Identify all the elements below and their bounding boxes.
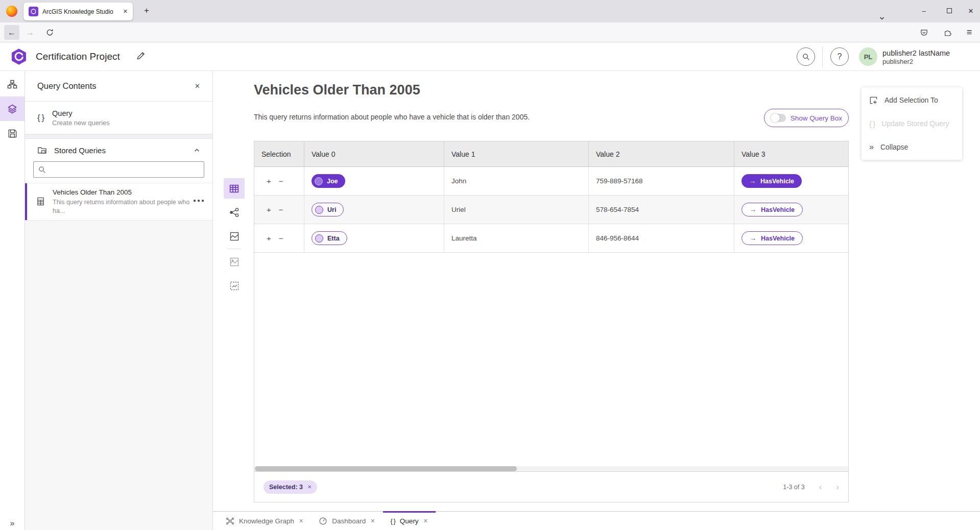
sidebar-item-save[interactable] bbox=[0, 121, 25, 146]
table-view-button[interactable] bbox=[224, 178, 245, 199]
horizontal-scrollbar[interactable] bbox=[255, 466, 848, 471]
help-button[interactable]: ? bbox=[830, 47, 849, 66]
tab-query[interactable]: { } Query ✕ bbox=[383, 512, 436, 530]
cell-value: 578-654-7854 bbox=[596, 206, 639, 213]
extensions-puzzle-icon[interactable] bbox=[940, 25, 956, 40]
browser-nav-bar: ← → https://dev0028833.esri.com/portal/a… bbox=[0, 22, 980, 42]
menu-item-label: Collapse bbox=[880, 143, 908, 151]
stored-queries-header: Stored Queries bbox=[25, 139, 212, 161]
firefox-logo-icon[interactable] bbox=[6, 6, 17, 17]
reload-button[interactable] bbox=[42, 25, 57, 40]
app-window: ArcGIS Knowledge Studio ✕ + – ✕ ← → http… bbox=[0, 0, 980, 530]
panel-close-icon[interactable]: ✕ bbox=[195, 82, 200, 90]
scrollbar-thumb[interactable] bbox=[255, 466, 517, 471]
add-selection-button[interactable]: + bbox=[267, 177, 271, 185]
stored-query-description: This query returns information about peo… bbox=[53, 198, 190, 215]
menu-hamburger-icon[interactable]: ≡ bbox=[961, 25, 977, 40]
show-query-box-toggle[interactable]: Show Query Box bbox=[764, 109, 849, 127]
entity-pill[interactable]: Etta bbox=[312, 231, 347, 245]
relationship-pill[interactable]: →HasVehicle bbox=[742, 174, 802, 188]
arrow-right-icon: → bbox=[750, 234, 756, 242]
collapse-section-chevron-icon[interactable] bbox=[194, 146, 200, 155]
previous-page-chevron-icon[interactable]: ‹ bbox=[819, 483, 822, 491]
page-title: Vehicles Older Than 2005 bbox=[254, 82, 420, 98]
remove-selection-button[interactable]: − bbox=[279, 206, 283, 213]
item-options-ellipsis-icon[interactable]: ●●● bbox=[193, 198, 205, 203]
add-selection-button[interactable]: + bbox=[267, 234, 271, 242]
column-header-value0: Value 0 bbox=[304, 141, 444, 166]
stored-queries-title: Stored Queries bbox=[54, 146, 106, 155]
query-results-card: Selection Value 0 Value 1 Value 2 Value … bbox=[254, 141, 849, 502]
stored-query-list-item[interactable]: Vehicles Older Than 2005 This query retu… bbox=[25, 183, 212, 221]
tab-close-icon[interactable]: ✕ bbox=[423, 518, 428, 524]
sidebar-item-data-model[interactable] bbox=[0, 72, 25, 97]
new-tab-button[interactable]: + bbox=[144, 6, 149, 16]
sidebar-item-layers[interactable] bbox=[0, 97, 25, 121]
tab-close-icon[interactable]: ✕ bbox=[370, 518, 375, 524]
add-to-map-button[interactable] bbox=[224, 252, 245, 272]
arcgis-favicon-icon bbox=[29, 7, 38, 16]
save-to-pocket-icon[interactable] bbox=[916, 25, 932, 40]
entity-pill[interactable]: Uri bbox=[312, 203, 344, 216]
clear-selection-icon[interactable]: ✕ bbox=[307, 484, 312, 490]
stored-queries-search-input[interactable] bbox=[50, 166, 199, 174]
maximize-icon bbox=[947, 8, 952, 13]
entity-circle-icon bbox=[315, 234, 323, 243]
tab-label: Knowledge Graph bbox=[239, 517, 294, 525]
relationship-pill[interactable]: →HasVehicle bbox=[742, 203, 803, 216]
user-avatar[interactable]: PL bbox=[859, 47, 877, 66]
tab-dashboard[interactable]: Dashboard ✕ bbox=[311, 512, 383, 530]
cell-value: Uriel bbox=[451, 206, 466, 213]
next-page-chevron-icon[interactable]: › bbox=[836, 483, 839, 491]
menu-item-collapse[interactable]: » Collapse bbox=[862, 135, 962, 159]
row-range-label: 1-3 of 3 bbox=[783, 484, 804, 491]
selected-count-chip[interactable]: Selected: 3 ✕ bbox=[264, 480, 317, 494]
braces-icon: { } bbox=[391, 517, 395, 525]
entity-pill[interactable]: Joe bbox=[312, 174, 345, 188]
window-close-button[interactable]: ✕ bbox=[960, 0, 980, 21]
expand-rail-chevrons-icon[interactable]: » bbox=[0, 519, 25, 528]
cell-value: John bbox=[451, 177, 466, 185]
cell-value: 759-889-57168 bbox=[596, 177, 643, 185]
browser-tab[interactable]: ArcGIS Knowledge Studio ✕ bbox=[23, 3, 133, 20]
toggle-label: Show Query Box bbox=[791, 114, 842, 122]
browser-tab-bar: ArcGIS Knowledge Studio ✕ + – ✕ bbox=[0, 0, 980, 22]
relationship-pill[interactable]: →HasVehicle bbox=[742, 231, 803, 245]
forward-button[interactable]: → bbox=[22, 25, 38, 40]
window-maximize-button[interactable] bbox=[939, 0, 960, 21]
folder-icon bbox=[37, 145, 47, 155]
left-icon-rail: » bbox=[0, 71, 25, 530]
menu-item-label: Add Selection To bbox=[885, 96, 938, 104]
bottom-tab-bar: Knowledge Graph ✕ Dashboard ✕ { } Query … bbox=[213, 511, 980, 530]
remove-selection-button[interactable]: − bbox=[279, 234, 283, 242]
panel-title: Query Contents bbox=[37, 81, 97, 91]
select-on-map-button[interactable] bbox=[224, 276, 245, 296]
arrow-right-icon: → bbox=[749, 177, 756, 185]
panel-divider-band bbox=[25, 134, 212, 139]
query-item-title: Query bbox=[52, 109, 110, 117]
toolbar-divider bbox=[227, 249, 241, 249]
edit-title-pencil-icon[interactable] bbox=[136, 51, 146, 61]
cell-value: 846-956-8644 bbox=[596, 234, 639, 242]
link-chart-view-button[interactable] bbox=[224, 202, 245, 223]
project-title: Certification Project bbox=[36, 51, 120, 62]
tab-knowledge-graph[interactable]: Knowledge Graph ✕ bbox=[218, 512, 311, 530]
query-create-item[interactable]: { } Query Create new queries bbox=[25, 102, 212, 134]
user-info[interactable]: publisher2 lastName publisher2 bbox=[882, 49, 950, 66]
table-row: + − Etta Lauretta 846-956-8644 →HasVehic… bbox=[254, 224, 848, 253]
arrow-right-icon: → bbox=[750, 206, 756, 213]
table-header-row: Selection Value 0 Value 1 Value 2 Value … bbox=[254, 141, 848, 167]
map-view-button[interactable] bbox=[224, 226, 245, 247]
menu-item-label: Update Stored Query bbox=[881, 119, 949, 128]
menu-item-update-stored-query: { } Update Stored Query bbox=[862, 112, 962, 135]
braces-icon: { } bbox=[37, 113, 44, 123]
window-minimize-button[interactable]: – bbox=[913, 0, 935, 21]
back-button[interactable]: ← bbox=[4, 25, 19, 40]
add-selection-button[interactable]: + bbox=[267, 206, 271, 213]
menu-item-add-selection-to[interactable]: Add Selection To bbox=[862, 88, 962, 112]
tab-close-icon[interactable]: ✕ bbox=[123, 8, 128, 15]
braces-icon: { } bbox=[869, 119, 875, 128]
tab-close-icon[interactable]: ✕ bbox=[299, 518, 303, 524]
search-button[interactable] bbox=[797, 47, 815, 66]
remove-selection-button[interactable]: − bbox=[279, 177, 283, 185]
